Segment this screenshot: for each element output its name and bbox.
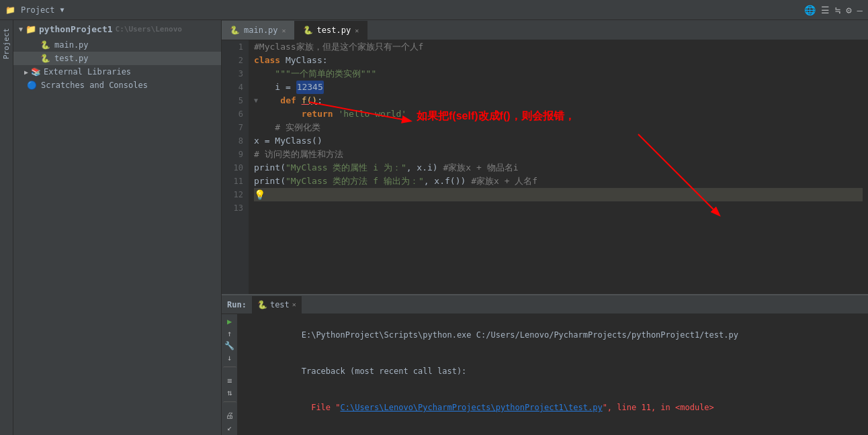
project-arrow: ▼ (19, 26, 23, 33)
run-tab-icon: 🐍 (257, 300, 267, 309)
run-label: Run: (227, 300, 247, 309)
run-print-button[interactable]: 🖨 (223, 411, 236, 420)
code-line-10: print("MyClass 类的属性 i 为：", x.i) #家族x + 物… (254, 161, 863, 175)
toolbar-dropdown-icon[interactable]: ▼ (60, 6, 64, 13)
run-down-button[interactable]: ↓ (223, 353, 236, 362)
run-lines-button[interactable]: ≡ (223, 376, 236, 385)
scratches-label: Scratches and Consoles (41, 81, 148, 90)
toolbar-minimize-icon[interactable]: — (857, 5, 863, 15)
run-tab-name: test (270, 300, 290, 309)
code-line-6: ▼ return 'hello world' (254, 107, 863, 121)
sidebar-file-main-label: main.py (54, 40, 89, 50)
tab-main-icon: 🐍 (230, 26, 240, 35)
project-name: pythonProject1 (39, 24, 113, 34)
code-line-1: #Myclass家族，但是这个家族只有一个人f (254, 40, 863, 54)
run-bottom-button[interactable]: ↙ (223, 423, 236, 432)
run-play-button[interactable]: ▶ (223, 317, 236, 326)
run-controls: ▶ ↑ 🔧 ↓ ≡ ⇅ 🖨 ↙ (222, 314, 238, 435)
bottom-panel: Run: 🐍 test ✕ ▶ ↑ 🔧 ↓ ≡ ⇅ (222, 294, 868, 435)
toolbar-list-icon[interactable]: ☰ (821, 5, 830, 15)
toolbar-project-label: Project (21, 5, 55, 15)
sidebar-file-main[interactable]: 🐍 main.py (13, 38, 221, 52)
tab-main-label: main.py (244, 26, 278, 35)
code-line-5: ▼ def f(): (254, 94, 863, 107)
code-line-7: # 实例化类 (254, 121, 863, 134)
project-root[interactable]: ▼ 📁 pythonProject1 C:\Users\Lenovo (13, 20, 221, 38)
tab-test-icon: 🐍 (303, 26, 313, 35)
sidebar-scratches[interactable]: 🔵 Scratches and Consoles (13, 79, 221, 92)
ext-libs-label: External Libraries (44, 67, 131, 77)
code-line-12: 💡 (254, 188, 863, 201)
console-output: E:\PythonProject\Scripts\python.exe C:/U… (238, 314, 868, 435)
code-content[interactable]: 如果把f(self)改成f()，则会报错， #Myclass家族，但是这个家族只… (249, 40, 868, 294)
run-area: ▶ ↑ 🔧 ↓ ≡ ⇅ 🖨 ↙ E:\PythonProject\Scripts… (222, 314, 868, 435)
console-error-suffix: ", line 11, in <module> (603, 403, 714, 412)
sidebar-file-test-label: test.py (54, 54, 89, 63)
console-line-1: E:\PythonProject\Scripts\python.exe C:/U… (243, 317, 863, 353)
scratch-icon: 🔵 (27, 81, 37, 90)
console-traceback: Traceback (most recent call last): (302, 367, 467, 376)
left-panel-tab: Project (0, 20, 13, 435)
tab-bar: 🐍 main.py ✕ 🐍 test.py ✕ (222, 20, 868, 40)
console-line-4: print("MyClass 类的方法 f 输出为：", x.f()) #家族x… (243, 426, 863, 435)
top-toolbar: 📁 Project ▼ 🌐 ☰ ≒ ⚙ — (0, 0, 868, 20)
code-line-9: # 访问类的属性和方法 (254, 148, 863, 161)
line-numbers: 12345 678910 111213 (222, 40, 249, 294)
code-line-4: i = 12345 (254, 81, 863, 94)
ext-libs-arrow: ▶ (24, 68, 28, 76)
tab-test-label: test.py (317, 26, 351, 35)
sidebar: ▼ 📁 pythonProject1 C:\Users\Lenovo 🐍 mai… (13, 20, 222, 435)
console-file-link[interactable]: C:\Users\Lenovo\PycharmProjects\pythonPr… (341, 403, 603, 412)
run-tab-bar: Run: 🐍 test ✕ (222, 295, 868, 314)
project-folder-icon: 📁 (26, 24, 36, 34)
project-icon: 📁 (5, 5, 15, 15)
python-file-icon2: 🐍 (40, 54, 50, 63)
run-up-button[interactable]: ↑ (223, 329, 236, 338)
editor-area: 🐍 main.py ✕ 🐍 test.py ✕ 12345 678910 111… (222, 20, 868, 435)
console-line-2: Traceback (most recent call last): (243, 353, 863, 389)
tab-main-py[interactable]: 🐍 main.py ✕ (222, 21, 295, 40)
tab-test-py[interactable]: 🐍 test.py ✕ (295, 21, 368, 40)
sidebar-file-test[interactable]: 🐍 test.py (13, 52, 221, 65)
editor-wrapper: 12345 678910 111213 (222, 40, 868, 294)
console-exec-path: E:\PythonProject\Scripts\python.exe C:/U… (302, 330, 738, 340)
console-line-3: File "C:\Users\Lenovo\PycharmProjects\py… (243, 389, 863, 426)
project-vtab[interactable]: Project (1, 26, 12, 62)
run-wrench-button[interactable]: 🔧 (223, 341, 236, 350)
sidebar-external-libs[interactable]: ▶ 📚 External Libraries (13, 65, 221, 79)
code-line-11: print("MyClass 类的方法 f 输出为：", x.f()) #家族x… (254, 175, 863, 188)
run-tab-close[interactable]: ✕ (292, 301, 296, 308)
tab-main-close[interactable]: ✕ (282, 27, 286, 34)
toolbar-settings-icon[interactable]: ⚙ (846, 5, 851, 15)
run-tab-test[interactable]: 🐍 test ✕ (252, 296, 302, 313)
project-path: C:\Users\Lenovo (116, 25, 182, 34)
code-line-2: class MyClass: (254, 54, 863, 67)
run-sort-button[interactable]: ⇅ (223, 388, 236, 397)
python-file-icon: 🐍 (40, 40, 50, 50)
console-error-prefix: File " (302, 403, 341, 412)
code-line-3: """一个简单的类实例""" (254, 67, 863, 81)
ext-libs-icon: 📚 (31, 67, 41, 77)
code-line-13 (254, 201, 863, 215)
code-line-8: x = MyClass() (254, 134, 863, 148)
run-sep1 (223, 367, 236, 373)
tab-test-close[interactable]: ✕ (355, 27, 359, 34)
toolbar-nav-icon1[interactable]: 🌐 (804, 5, 816, 15)
run-sep2 (223, 401, 236, 408)
toolbar-diff-icon[interactable]: ≒ (835, 5, 840, 15)
code-editor[interactable]: 12345 678910 111213 (222, 40, 868, 294)
